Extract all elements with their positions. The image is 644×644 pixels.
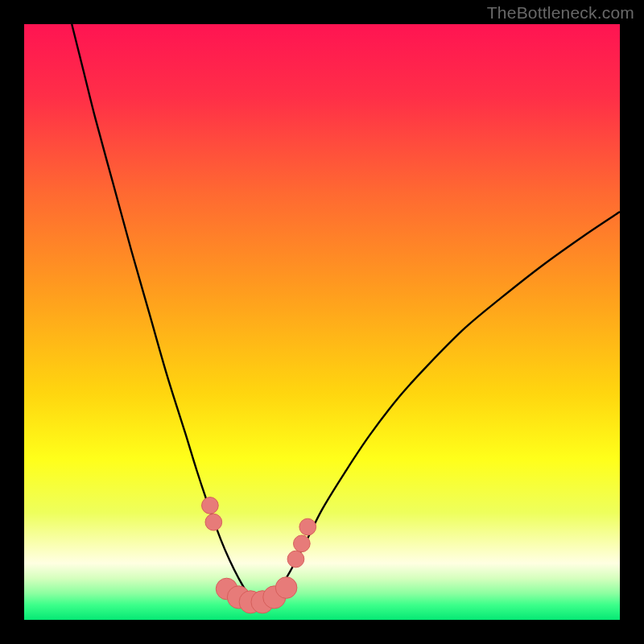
data-marker bbox=[287, 551, 304, 568]
chart-plot-area bbox=[24, 24, 620, 620]
data-marker bbox=[205, 514, 222, 530]
gradient-background bbox=[24, 24, 620, 620]
data-marker bbox=[202, 497, 219, 514]
data-marker bbox=[275, 577, 297, 599]
watermark-text: TheBottleneck.com bbox=[487, 3, 634, 23]
chart-frame: TheBottleneck.com bbox=[0, 0, 644, 644]
data-marker bbox=[293, 535, 310, 552]
data-marker bbox=[299, 518, 316, 535]
chart-svg bbox=[24, 24, 620, 620]
